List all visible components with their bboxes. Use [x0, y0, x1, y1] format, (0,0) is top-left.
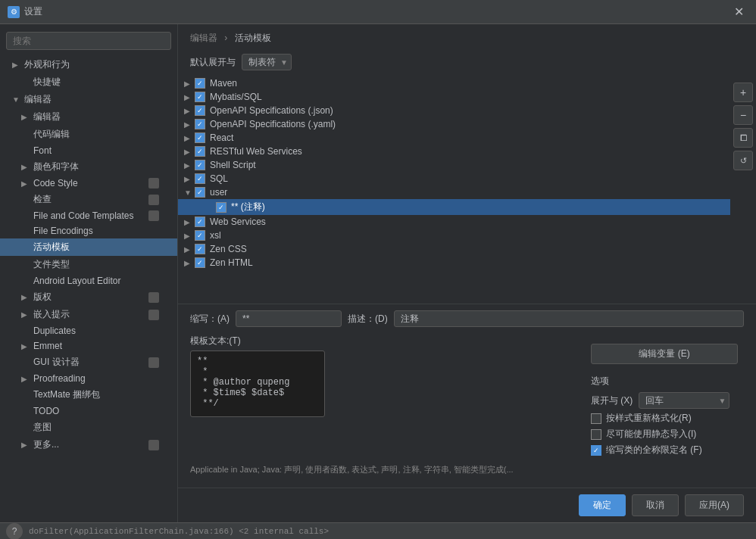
search-input[interactable]: [6, 32, 171, 50]
arrow-icon: ▶: [21, 310, 30, 319]
sidebar-item-inspection[interactable]: 检查: [0, 191, 177, 208]
template-item-maven[interactable]: ▶ ✓ Maven: [178, 76, 730, 90]
arrow-icon: ▶: [184, 134, 195, 142]
sidebar-item-textmate[interactable]: TextMate 捆绑包: [0, 386, 177, 403]
sidebar-item-gui-designer[interactable]: GUI 设计器: [0, 354, 177, 371]
sidebar-item-code-style[interactable]: ▶ Code Style: [0, 176, 177, 191]
sidebar-item-keymap[interactable]: 快捷键: [0, 73, 177, 91]
expand-option-dropdown[interactable]: 回车: [639, 392, 729, 409]
checkbox-user-comment[interactable]: ✓: [216, 202, 226, 213]
checkbox-shell[interactable]: ✓: [195, 160, 205, 170]
edit-vars-button[interactable]: 编辑变量 (E): [591, 344, 738, 364]
template-item-web-services[interactable]: ▶ ✓ Web Services: [178, 215, 730, 229]
sidebar-item-inlay-hints[interactable]: ▶ 嵌入提示: [0, 306, 177, 323]
sidebar-item-font[interactable]: Font: [0, 143, 177, 158]
add-button[interactable]: +: [733, 83, 753, 102]
copy-button[interactable]: ⧠: [733, 128, 753, 148]
remove-button[interactable]: −: [733, 105, 753, 125]
sidebar-item-editor-group[interactable]: ▼ 编辑器: [0, 91, 177, 108]
ok-button[interactable]: 确定: [579, 494, 626, 516]
templates-with-actions: ▶ ✓ Maven ▶ ✓ Mybatis/SQL ▶ ✓ OpenAPI: [178, 76, 756, 304]
expand-dropdown-wrapper: 制表符 ▼: [242, 54, 292, 70]
template-item-zen-html[interactable]: ▶ ✓ Zen HTML: [178, 256, 730, 270]
badge-icon: [148, 210, 159, 221]
right-panel: 编辑器 › 活动模板 默认展开与 制表符 ▼ ▶: [178, 24, 756, 522]
arrow-icon: ▶: [21, 163, 30, 171]
checkbox-openapi-json[interactable]: ✓: [195, 105, 205, 116]
checkbox-restful[interactable]: ✓: [195, 146, 205, 157]
checkbox-sql[interactable]: ✓: [195, 173, 205, 184]
sidebar-item-file-code-templates[interactable]: File and Code Templates: [0, 208, 177, 223]
arrow-icon: ▶: [184, 107, 195, 115]
edit-panel: 缩写：(A) 描述：(D) 模板文本:(T) ** * * @author qu…: [178, 304, 756, 488]
right-actions: + − ⧠ ↺: [730, 76, 756, 304]
badge-icon: [148, 178, 159, 188]
template-textarea[interactable]: ** * * @author qupeng * $time$ $date$ **…: [190, 351, 325, 417]
template-item-zen-css[interactable]: ▶ ✓ Zen CSS: [178, 242, 730, 256]
template-item-openapi-json[interactable]: ▶ ✓ OpenAPI Specifications (.json): [178, 104, 730, 117]
static-import-checkbox[interactable]: [591, 429, 601, 440]
expand-dropdown[interactable]: 制表符: [242, 54, 292, 70]
help-button[interactable]: ?: [6, 523, 23, 540]
sidebar-item-emmet[interactable]: ▶ Emmet: [0, 338, 177, 354]
template-item-mybatis[interactable]: ▶ ✓ Mybatis/SQL: [178, 90, 730, 104]
checkbox-user[interactable]: ✓: [195, 187, 205, 198]
sidebar-item-copyright[interactable]: ▶ 版权: [0, 288, 177, 306]
template-item-shell[interactable]: ▶ ✓ Shell Script: [178, 158, 730, 172]
template-item-xsl[interactable]: ▶ ✓ xsl: [178, 229, 730, 242]
sidebar-item-live-templates[interactable]: 活动模板: [0, 238, 177, 256]
sidebar-item-todo[interactable]: TODO: [0, 403, 177, 419]
arrow-icon: ▶: [184, 79, 195, 88]
static-import-label: 尽可能使用静态导入(I): [606, 428, 696, 441]
sidebar-item-intentions[interactable]: 意图: [0, 419, 177, 436]
apply-button[interactable]: 应用(A): [685, 494, 744, 516]
template-item-user[interactable]: ▼ ✓ user: [178, 185, 730, 199]
template-item-restful[interactable]: ▶ ✓ RESTful Web Services: [178, 145, 730, 158]
template-item-react[interactable]: ▶ ✓ React: [178, 131, 730, 145]
checkbox-xsl[interactable]: ✓: [195, 230, 205, 241]
shorten-fqn-checkbox[interactable]: ✓: [591, 445, 601, 456]
sidebar-item-appearance[interactable]: ▶ 外观和行为: [0, 56, 177, 73]
sidebar-item-file-types[interactable]: 文件类型: [0, 256, 177, 273]
desc-input[interactable]: [394, 310, 744, 327]
sidebar-item-color-font[interactable]: ▶ 颜色和字体: [0, 158, 177, 176]
bottom-buttons: 确定 取消 应用(A): [178, 488, 756, 522]
template-item-user-comment[interactable]: ✓ ** (注释): [178, 199, 730, 215]
restore-button[interactable]: ↺: [733, 151, 753, 170]
template-item-openapi-yaml[interactable]: ▶ ✓ OpenAPI Specifications (.yaml): [178, 117, 730, 131]
template-item-sql[interactable]: ▶ ✓ SQL: [178, 172, 730, 185]
cancel-button[interactable]: 取消: [632, 494, 679, 516]
close-button[interactable]: ✕: [729, 3, 748, 20]
checkbox-maven[interactable]: ✓: [195, 78, 205, 89]
reformat-checkbox[interactable]: [591, 413, 601, 424]
templates-scroll-area[interactable]: ▶ ✓ Maven ▶ ✓ Mybatis/SQL ▶ ✓ OpenAPI: [178, 76, 730, 304]
options-title: 选项: [591, 375, 738, 388]
template-label: user: [210, 187, 227, 198]
expand-option-wrapper: 回车 ▼: [639, 392, 729, 409]
checkbox-react[interactable]: ✓: [195, 132, 205, 143]
toolbar-row: 默认展开与 制表符 ▼: [178, 49, 756, 76]
sidebar-item-file-encodings[interactable]: File Encodings: [0, 223, 177, 238]
checkbox-mybatis[interactable]: ✓: [195, 92, 205, 102]
sidebar-item-editor[interactable]: ▶ 编辑器: [0, 108, 177, 126]
checkbox-openapi-yaml[interactable]: ✓: [195, 119, 205, 129]
template-label: Maven: [210, 78, 237, 89]
sidebar-item-proofreading[interactable]: ▶ Proofreading: [0, 371, 177, 386]
template-label: ** (注释): [231, 201, 265, 213]
sidebar-item-duplicates[interactable]: Duplicates: [0, 323, 177, 338]
sidebar-item-code-editor[interactable]: 代码编辑: [0, 126, 177, 143]
arrow-icon: ▶: [21, 179, 30, 188]
status-text: doFilter(ApplicationFilterChain.java:166…: [29, 527, 329, 536]
arrow-icon: ▶: [21, 441, 30, 449]
sidebar-item-more[interactable]: ▶ 更多...: [0, 436, 177, 453]
title-bar: ⚙ 设置 ✕: [0, 0, 756, 24]
abbr-input[interactable]: [236, 310, 342, 327]
arrow-icon: ▶: [21, 375, 30, 383]
checkbox-web-services[interactable]: ✓: [195, 217, 205, 227]
checkbox-zen-css[interactable]: ✓: [195, 244, 205, 254]
arrow-icon: ▶: [184, 93, 195, 101]
arrow-icon: ▶: [184, 175, 195, 183]
sidebar-item-android-layout[interactable]: Android Layout Editor: [0, 273, 177, 288]
checkbox-zen-html[interactable]: ✓: [195, 257, 205, 268]
badge-icon: [148, 357, 159, 368]
